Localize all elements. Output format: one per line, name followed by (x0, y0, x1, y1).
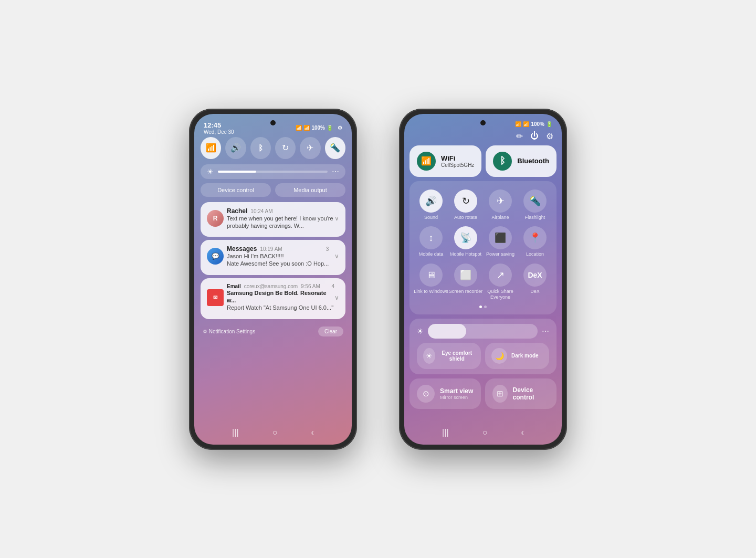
hotspot-tile[interactable]: 📡 Mobile Hotspot (448, 223, 483, 260)
linkwindows-tile[interactable]: 🖥 Link to Windows (414, 260, 448, 303)
flashlight-tile-label: Flashlight (525, 215, 545, 220)
flashlight-symbol: 🔦 (330, 143, 340, 153)
notification-email[interactable]: ✉ Email coreux@samsung.com 9:56 AM 4 Sam… (201, 278, 345, 319)
airplane-symbol: ✈ (307, 143, 313, 153)
status-right-2: 📶 📶 100% 🔋 (515, 121, 552, 127)
location-tile-icon: 📍 (523, 226, 547, 249)
wifi-tile-name: WiFi (441, 154, 474, 162)
dark-mode-label: Dark mode (511, 353, 539, 359)
quick-tiles-row-3: 🖥 Link to Windows ⬜ Screen recorder ↗ Qu… (414, 260, 552, 303)
email-avatar: ✉ (207, 289, 224, 306)
nav-home-2[interactable]: ○ (482, 428, 488, 437)
quick-tiles-row-1: 🔊 Sound ↻ Auto rotate ✈ Airplane 🔦 (414, 186, 552, 224)
powersaving-tile[interactable]: ⬛ Power saving (483, 223, 518, 260)
dot-2 (484, 306, 487, 308)
messages-time: 10:19 AM (260, 246, 282, 252)
bluetooth-tile[interactable]: ᛒ Bluetooth (486, 145, 556, 177)
nav-back-2[interactable]: ||| (442, 428, 448, 437)
device-control-tile[interactable]: ⊞ Device control (485, 378, 556, 409)
media-output-btn[interactable]: Media output (275, 183, 345, 197)
wifi-tile-icon: 📶 (417, 152, 436, 171)
brightness-bar[interactable] (218, 171, 328, 173)
date-1: Wed, Dec 30 (204, 129, 234, 135)
autorotate-tile-icon: ↻ (454, 189, 477, 213)
airplane-tile-icon: ✈ (489, 189, 512, 213)
email-sender-span: Samsung Design (227, 290, 274, 296)
sound-toggle[interactable]: 🔊 (225, 137, 246, 159)
dark-mode-tile[interactable]: 🌙 Dark mode (485, 343, 549, 369)
flashlight-toggle[interactable]: 🔦 (325, 137, 345, 159)
settings-icon[interactable]: ⚙ (546, 131, 553, 141)
email-time: 9:56 AM (301, 283, 320, 289)
notification-rachel[interactable]: R Rachel 10:24 AM Text me when you get h… (201, 202, 345, 237)
email-count: 4 (331, 283, 334, 289)
phones-container: 12:45 Wed, Dec 30 📶 📶 100% 🔋 ⚙ 📶 (189, 109, 567, 450)
bp-more-icon[interactable]: ⋯ (542, 327, 549, 335)
rotate-symbol: ↻ (282, 143, 289, 153)
hotspot-tile-label: Mobile Hotspot (450, 251, 481, 257)
wifi-toggle[interactable]: 📶 (201, 137, 221, 159)
wifi-bt-row: 📶 WiFi CellSpot5GHz ᛒ Bluetooth (410, 145, 556, 177)
quick-settings-icons: 📶 🔊 ᛒ ↻ ✈ 🔦 (201, 137, 345, 159)
dot-1 (479, 306, 482, 308)
device-control-name: Device control (513, 386, 549, 401)
email-line2: Report Watch "At Samsung One UI 6.0..." (227, 304, 334, 311)
notif-email-title-row: Email coreux@samsung.com 9:56 AM 4 (227, 283, 334, 289)
quickshare-tile[interactable]: ↗ Quick Share Everyone (483, 260, 518, 303)
screenrecorder-tile-icon: ⬜ (454, 264, 477, 287)
bluetooth-toggle[interactable]: ᛒ (250, 137, 271, 159)
wifi-tile-text: WiFi CellSpot5GHz (441, 154, 474, 168)
nav-back-1[interactable]: ||| (232, 428, 238, 437)
rachel-msg: Text me when you get here! I know you're… (227, 215, 334, 230)
screenrecorder-tile[interactable]: ⬜ Screen recorder (448, 260, 483, 303)
autorotate-tile[interactable]: ↻ Auto rotate (448, 186, 483, 224)
mobiledata-tile[interactable]: ↕ Mobile data (414, 223, 448, 260)
notif-email-header: ✉ Email coreux@samsung.com 9:56 AM 4 Sam… (207, 283, 339, 312)
status-bar-1: 12:45 Wed, Dec 30 📶 📶 100% 🔋 ⚙ (194, 114, 352, 137)
sound-tile[interactable]: 🔊 Sound (414, 186, 448, 224)
notification-messages[interactable]: 💬 Messages 10:19 AM 3 Jason Hi I'm BACK!… (201, 240, 345, 275)
eye-comfort-tile[interactable]: ☀ Eye comfort shield (417, 343, 481, 369)
nav-recent-1[interactable]: ‹ (311, 428, 314, 437)
powersaving-tile-icon: ⬛ (489, 226, 512, 249)
device-control-text: Device control (513, 386, 549, 401)
notif-settings-label[interactable]: ⚙ Notification Settings (203, 329, 255, 334)
notif-email-content: Email coreux@samsung.com 9:56 AM 4 Samsu… (227, 283, 334, 312)
bluetooth-tile-name: Bluetooth (517, 157, 549, 165)
phone1-content: 📶 🔊 ᛒ ↻ ✈ 🔦 (194, 137, 352, 336)
smart-view-icon: ⊙ (417, 385, 435, 403)
flashlight-tile[interactable]: 🔦 Flashlight (518, 186, 552, 224)
phone-1: 12:45 Wed, Dec 30 📶 📶 100% 🔋 ⚙ 📶 (189, 109, 357, 450)
brightness-row[interactable]: ☀ ⋯ (201, 164, 345, 179)
nav-home-1[interactable]: ○ (272, 428, 278, 437)
notif-messages-header: 💬 Messages 10:19 AM 3 Jason Hi I'm BACK!… (207, 245, 339, 268)
bp-bar[interactable] (428, 324, 538, 339)
airplane-toggle[interactable]: ✈ (300, 137, 320, 159)
wifi-icon-1: 📶 (296, 125, 302, 131)
nav-recent-2[interactable]: ‹ (521, 428, 524, 437)
nav-bar-2: ||| ○ ‹ (404, 425, 562, 440)
smart-view-tile[interactable]: ⊙ Smart view Mirror screen (410, 378, 481, 409)
battery-text-1: 100% (311, 125, 325, 131)
dex-tile[interactable]: DeX DeX (518, 260, 552, 303)
email-from: coreux@samsung.com (244, 283, 298, 289)
brightness-more[interactable]: ⋯ (332, 167, 339, 176)
gear-icon-1[interactable]: ⚙ (338, 125, 342, 131)
autorotate-toggle[interactable]: ↻ (275, 137, 296, 159)
bp-sun-icon: ☀ (417, 327, 424, 335)
airplane-tile[interactable]: ✈ Airplane (483, 186, 518, 224)
wifi-tile[interactable]: 📶 WiFi CellSpot5GHz (410, 145, 481, 177)
notif-messages-app-row: 💬 Messages 10:19 AM 3 Jason Hi I'm BACK!… (207, 245, 329, 268)
power-icon[interactable]: ⏻ (530, 131, 539, 141)
bluetooth-tile-icon: ᛒ (493, 152, 512, 171)
phone-2: 📶 📶 100% 🔋 ✏ ⏻ ⚙ 📶 (399, 109, 567, 450)
location-tile[interactable]: 📍 Location (518, 223, 552, 260)
clear-btn[interactable]: Clear (318, 327, 343, 336)
edit-icon[interactable]: ✏ (516, 131, 523, 141)
dex-tile-label: DeX (530, 289, 540, 294)
bluetooth-tile-text: Bluetooth (517, 157, 549, 165)
status-time-1: 12:45 Wed, Dec 30 (204, 121, 234, 135)
device-control-btn[interactable]: Device control (201, 183, 271, 197)
messages-avatar: 💬 (207, 248, 224, 265)
dex-tile-icon: DeX (523, 264, 547, 287)
